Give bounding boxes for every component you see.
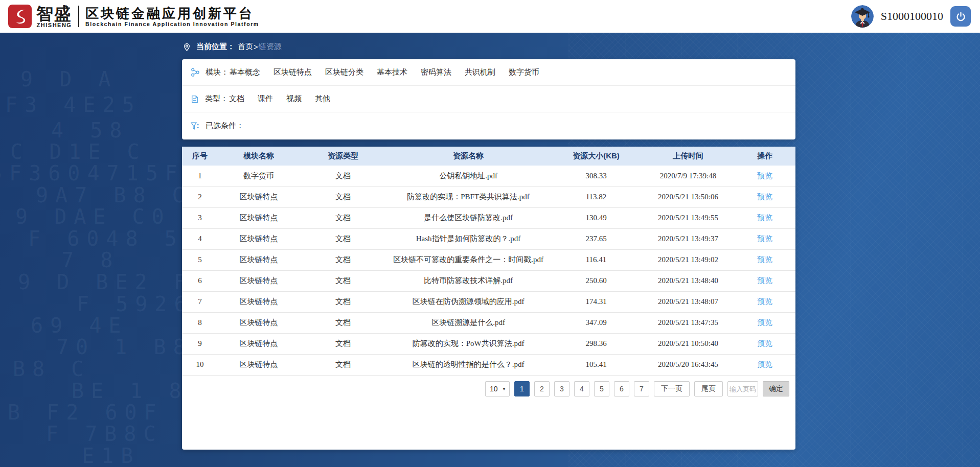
- preview-link[interactable]: 预览: [757, 339, 772, 347]
- cell-index: 6: [182, 270, 218, 291]
- table-row: 4 区块链特点 文档 Hash指针是如何防篡改的？.pdf 237.65 202…: [182, 228, 795, 249]
- preview-link[interactable]: 预览: [757, 192, 772, 201]
- cell-index: 9: [182, 333, 218, 354]
- cell-action: 预览: [734, 166, 795, 186]
- filter-option[interactable]: 数字货币: [509, 67, 539, 77]
- table-row: 9 区块链特点 文档 防篡改的实现：PoW共识算法.pdf 298.36 202…: [182, 333, 795, 354]
- cell-module: 区块链特点: [218, 291, 300, 312]
- cell-name: 区块链的透明性指的是什么？.pdf: [386, 354, 550, 375]
- cell-type: 文档: [300, 249, 386, 270]
- breadcrumb-separator: >: [254, 42, 258, 51]
- user-avatar[interactable]: [851, 5, 874, 28]
- cell-size: 308.33: [550, 166, 642, 186]
- cell-action: 预览: [734, 270, 795, 291]
- cell-action: 预览: [734, 291, 795, 312]
- cell-type: 文档: [300, 354, 386, 375]
- confirm-page-button[interactable]: 确定: [763, 381, 789, 396]
- cell-name: 区块链不可篡改的重要条件之一：时间戳.pdf: [386, 249, 550, 270]
- table-row: 8 区块链特点 文档 区块链溯源是什么.pdf 347.09 2020/5/21…: [182, 312, 795, 333]
- cell-name: 区块链溯源是什么.pdf: [386, 312, 550, 333]
- filter-row-type: 类型： 文档课件视频其他: [182, 86, 795, 112]
- module-icon: [190, 67, 200, 77]
- preview-link[interactable]: 预览: [757, 276, 772, 285]
- cell-index: 4: [182, 228, 218, 249]
- page-button-2[interactable]: 2: [534, 381, 550, 396]
- preview-link[interactable]: 预览: [757, 360, 772, 368]
- breadcrumb: 当前位置： 首页 > 链资源: [182, 42, 282, 52]
- filter-option[interactable]: 区块链分类: [325, 67, 363, 77]
- page-button-4[interactable]: 4: [574, 381, 589, 396]
- cell-time: 2020/5/21 13:50:06: [642, 186, 734, 207]
- breadcrumb-home-link[interactable]: 首页: [238, 42, 253, 52]
- logout-button[interactable]: [950, 6, 971, 27]
- page-button-7[interactable]: 7: [634, 381, 649, 396]
- cell-size: 116.41: [550, 249, 642, 270]
- filter-option[interactable]: 文档: [229, 94, 244, 104]
- cell-type: 文档: [300, 166, 386, 186]
- cell-name: Hash指针是如何防篡改的？.pdf: [386, 228, 550, 249]
- last-page-button[interactable]: 尾页: [694, 381, 723, 396]
- filter-option[interactable]: 基本技术: [377, 67, 407, 77]
- main-background: 9 D AF3 4E254 58C D1E C5F3604715F9A7 B8 …: [0, 33, 980, 467]
- module-filter-options: 基本概念区块链特点区块链分类基本技术密码算法共识机制数字货币: [230, 67, 539, 77]
- filter-option[interactable]: 区块链特点: [274, 67, 312, 77]
- preview-link[interactable]: 预览: [757, 297, 772, 306]
- power-icon: [955, 11, 966, 22]
- page-number-input[interactable]: [727, 381, 758, 396]
- cell-index: 10: [182, 354, 218, 375]
- logo-text-block: 智盛 ZHISHENG: [36, 5, 72, 28]
- next-page-button[interactable]: 下一页: [654, 381, 690, 396]
- cell-index: 3: [182, 207, 218, 228]
- cell-name: 是什么使区块链防篡改.pdf: [386, 207, 550, 228]
- preview-link[interactable]: 预览: [757, 213, 772, 222]
- page-button-1[interactable]: 1: [514, 381, 530, 396]
- chevron-down-icon: ▼: [502, 387, 506, 391]
- type-filter-options: 文档课件视频其他: [229, 94, 330, 104]
- filter-option[interactable]: 视频: [286, 94, 302, 104]
- document-icon: [190, 95, 199, 104]
- page-button-5[interactable]: 5: [594, 381, 609, 396]
- logo-cn-text: 智盛: [36, 5, 72, 22]
- col-size: 资源大小(KB): [550, 147, 642, 166]
- filter-option[interactable]: 基本概念: [230, 67, 260, 77]
- platform-title-block: 区块链金融应用创新平台 Blockchain Finance Applicati…: [85, 6, 259, 28]
- cell-module: 区块链特点: [218, 207, 300, 228]
- graduate-avatar-icon: [851, 5, 874, 28]
- cell-name: 区块链在防伪溯源领域的应用.pdf: [386, 291, 550, 312]
- cell-size: 174.31: [550, 291, 642, 312]
- cell-module: 区块链特点: [218, 312, 300, 333]
- page-button-3[interactable]: 3: [554, 381, 569, 396]
- col-name: 资源名称: [386, 147, 550, 166]
- cell-action: 预览: [734, 312, 795, 333]
- cell-index: 2: [182, 186, 218, 207]
- cell-time: 2020/5/21 13:49:37: [642, 228, 734, 249]
- table-row: 6 区块链特点 文档 比特币防篡改技术详解.pdf 250.60 2020/5/…: [182, 270, 795, 291]
- preview-link[interactable]: 预览: [757, 255, 772, 264]
- cell-index: 1: [182, 166, 218, 186]
- col-module: 模块名称: [218, 147, 300, 166]
- funnel-filter-icon: [190, 121, 200, 131]
- preview-link[interactable]: 预览: [757, 318, 772, 326]
- filter-option[interactable]: 共识机制: [465, 67, 495, 77]
- cell-type: 文档: [300, 186, 386, 207]
- cell-time: 2020/5/21 13:48:40: [642, 270, 734, 291]
- filter-option[interactable]: 课件: [258, 94, 273, 104]
- table-row: 10 区块链特点 文档 区块链的透明性指的是什么？.pdf 105.41 202…: [182, 354, 795, 375]
- cell-size: 298.36: [550, 333, 642, 354]
- cell-action: 预览: [734, 207, 795, 228]
- cell-time: 2020/5/21 10:50:40: [642, 333, 734, 354]
- preview-link[interactable]: 预览: [757, 234, 772, 243]
- cell-size: 130.49: [550, 207, 642, 228]
- col-type: 资源类型: [300, 147, 386, 166]
- page-size-select[interactable]: 10 ▼: [485, 381, 510, 396]
- cell-time: 2020/5/21 13:47:35: [642, 312, 734, 333]
- preview-link[interactable]: 预览: [757, 171, 772, 180]
- col-action: 操作: [734, 147, 795, 166]
- filter-option[interactable]: 密码算法: [421, 67, 451, 77]
- table-row: 5 区块链特点 文档 区块链不可篡改的重要条件之一：时间戳.pdf 116.41…: [182, 249, 795, 270]
- cell-size: 237.65: [550, 228, 642, 249]
- platform-title-en: Blockchain Finance Application Innovatio…: [85, 21, 259, 28]
- filter-option[interactable]: 其他: [315, 94, 330, 104]
- page-button-6[interactable]: 6: [614, 381, 629, 396]
- cell-time: 2020/5/21 13:49:02: [642, 249, 734, 270]
